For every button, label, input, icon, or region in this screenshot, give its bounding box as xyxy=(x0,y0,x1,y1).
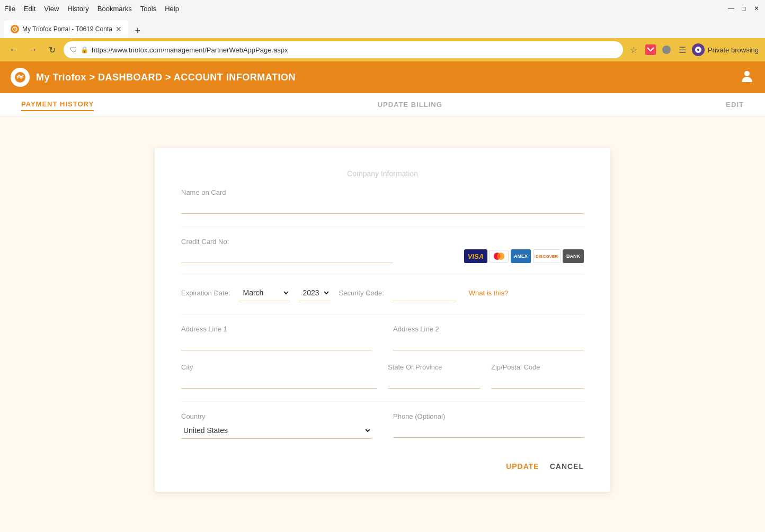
active-tab[interactable]: My Triofox Portal - T0619 Conta ✕ xyxy=(4,20,128,38)
amex-logo: AMEX xyxy=(511,249,531,263)
app-logo[interactable] xyxy=(11,68,30,87)
app-header: My Triofox > DASHBOARD > ACCOUNT INFORMA… xyxy=(0,61,765,93)
lock-icon: 🔒 xyxy=(81,46,88,53)
discover-logo: DISCOVER xyxy=(533,249,561,263)
address-line1-field: Address Line 1 xyxy=(181,325,372,350)
bank-logo: BANK xyxy=(563,249,584,263)
divider-1 xyxy=(181,227,584,227)
cancel-button[interactable]: CANCEL xyxy=(550,462,584,471)
sub-nav-update-billing[interactable]: UPDATE BILLING xyxy=(378,98,442,111)
country-field: Country United States Canada United King… xyxy=(181,412,372,439)
sub-navigation: PAYMENT HISTORY UPDATE BILLING EDIT xyxy=(0,93,765,116)
country-select[interactable]: United States Canada United Kingdom Aust… xyxy=(181,422,372,439)
tab-close-button[interactable]: ✕ xyxy=(115,25,122,33)
address-line2-field: Address Line 2 xyxy=(393,325,584,350)
forward-button[interactable]: → xyxy=(25,42,40,57)
maximize-button[interactable]: □ xyxy=(740,4,748,13)
svg-point-2 xyxy=(662,46,671,54)
menu-bar: File Edit View History Bookmarks Tools H… xyxy=(4,5,179,13)
security-code-input[interactable] xyxy=(393,286,456,301)
year-select-wrapper: 2023 2024 2025 2026 2027 2028 2029 2030 xyxy=(299,285,331,301)
breadcrumb: My Triofox > DASHBOARD > ACCOUNT INFORMA… xyxy=(36,72,296,83)
address-bar-right: ☰ Private browsing xyxy=(644,43,759,56)
card-logos: VISA AMEX DISCOVER BANK xyxy=(464,249,584,263)
city-field: City xyxy=(181,363,377,389)
private-browsing-label: Private browsing xyxy=(708,46,759,54)
expiration-security-row: Expiration Date: January February March … xyxy=(181,285,584,301)
credit-card-label: Credit Card No: xyxy=(181,238,464,246)
name-on-card-section: Name on Card xyxy=(181,188,584,214)
state-zip-row: State Or Province Zip/Postal Code xyxy=(388,363,584,389)
app-header-left: My Triofox > DASHBOARD > ACCOUNT INFORMA… xyxy=(11,68,296,87)
year-select[interactable]: 2023 2024 2025 2026 2027 2028 2029 2030 xyxy=(299,285,331,301)
what-is-this-link[interactable]: What is this? xyxy=(469,289,508,297)
title-bar: File Edit View History Bookmarks Tools H… xyxy=(0,0,765,17)
state-label: State Or Province xyxy=(388,363,481,371)
address-lines-row: Address Line 1 Address Line 2 xyxy=(181,325,584,350)
menu-help[interactable]: Help xyxy=(165,5,179,13)
menu-view[interactable]: View xyxy=(44,5,59,13)
month-select-wrapper: January February March April May June Ju… xyxy=(239,285,290,301)
url-bar[interactable]: 🛡 🔒 https://www.triofox.com/management/P… xyxy=(64,41,623,58)
credit-card-row: Credit Card No: VISA AMEX DISCOVER BANK xyxy=(181,238,584,263)
svg-point-4 xyxy=(744,71,750,76)
address-line1-input[interactable] xyxy=(181,335,372,350)
title-bar-left: File Edit View History Bookmarks Tools H… xyxy=(4,5,179,13)
menu-bookmarks[interactable]: Bookmarks xyxy=(97,5,132,13)
refresh-button[interactable]: ↻ xyxy=(45,42,59,57)
shield-icon: 🛡 xyxy=(70,46,77,54)
private-browsing-indicator[interactable]: Private browsing xyxy=(692,43,759,56)
user-account-button[interactable] xyxy=(740,68,754,86)
form-button-row: UPDATE CANCEL xyxy=(181,452,584,471)
menu-history[interactable]: History xyxy=(67,5,88,13)
divider-4 xyxy=(181,401,584,402)
visa-logo: VISA xyxy=(464,249,487,263)
billing-form-card: Company Information Name on Card Credit … xyxy=(155,148,610,492)
private-browsing-icon xyxy=(692,43,705,56)
name-on-card-input[interactable] xyxy=(181,199,584,214)
menu-edit[interactable]: Edit xyxy=(24,5,35,13)
expiration-label: Expiration Date: xyxy=(181,289,230,297)
address-line2-input[interactable] xyxy=(393,335,584,350)
country-label: Country xyxy=(181,412,372,420)
address-bar: ← → ↻ 🛡 🔒 https://www.triofox.com/manage… xyxy=(0,38,765,61)
state-input[interactable] xyxy=(388,373,481,389)
address-line2-label: Address Line 2 xyxy=(393,325,584,333)
phone-input[interactable] xyxy=(393,422,584,438)
back-button[interactable]: ← xyxy=(6,42,21,57)
city-input[interactable] xyxy=(181,373,377,389)
tab-title: My Triofox Portal - T0619 Conta xyxy=(22,25,112,33)
window-controls: — □ ✕ xyxy=(727,4,761,13)
country-phone-row: Country United States Canada United King… xyxy=(181,412,584,439)
credit-card-field: Credit Card No: xyxy=(181,238,464,263)
browser-chrome: File Edit View History Bookmarks Tools H… xyxy=(0,0,765,61)
menu-tools[interactable]: Tools xyxy=(140,5,156,13)
city-state-zip-row: City State Or Province Zip/Postal Code xyxy=(181,363,584,389)
new-tab-button[interactable]: + xyxy=(130,23,145,38)
mastercard-logo xyxy=(490,250,509,263)
minimize-button[interactable]: — xyxy=(727,4,735,13)
pocket-button[interactable] xyxy=(644,43,657,56)
name-on-card-label: Name on Card xyxy=(181,188,584,196)
extensions-button[interactable] xyxy=(660,43,673,56)
url-text: https://www.triofox.com/management/Partn… xyxy=(92,46,617,54)
zip-label: Zip/Postal Code xyxy=(491,363,584,371)
bookmark-star-button[interactable]: ☆ xyxy=(627,43,640,56)
divider-3 xyxy=(181,314,584,314)
close-button[interactable]: ✕ xyxy=(752,4,761,13)
menu-file[interactable]: File xyxy=(4,5,15,13)
tab-favicon xyxy=(11,25,19,33)
sub-nav-payment-history[interactable]: PAYMENT HISTORY xyxy=(21,98,94,111)
phone-field: Phone (Optional) xyxy=(393,412,584,439)
svg-rect-1 xyxy=(645,44,656,55)
zip-field: Zip/Postal Code xyxy=(491,363,584,389)
state-zip-section: State Or Province Zip/Postal Code xyxy=(388,363,584,389)
phone-label: Phone (Optional) xyxy=(393,412,584,420)
menu-button[interactable]: ☰ xyxy=(676,43,689,56)
month-select[interactable]: January February March April May June Ju… xyxy=(239,285,290,301)
update-button[interactable]: UPDATE xyxy=(506,462,539,471)
credit-card-input[interactable] xyxy=(181,248,393,263)
sub-nav-edit[interactable]: EDIT xyxy=(726,98,744,111)
city-label: City xyxy=(181,363,377,371)
zip-input[interactable] xyxy=(491,373,584,389)
